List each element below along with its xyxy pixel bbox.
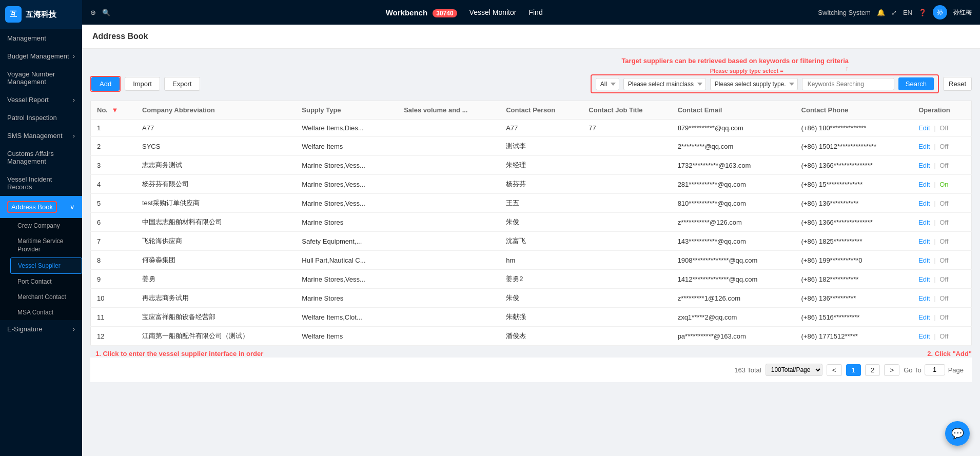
sidebar-item-budget[interactable]: Budget Management › (0, 47, 82, 65)
sidebar-item-msa-contact[interactable]: MSA Contact (10, 305, 82, 320)
cell-supply-type: Hull Part,Nautical C... (296, 251, 398, 270)
sidebar-item-voyage[interactable]: Voyage Number Management (0, 65, 82, 91)
toggle-link[interactable]: Off (939, 200, 948, 207)
edit-link[interactable]: Edit (918, 219, 930, 226)
toggle-link[interactable]: Off (939, 294, 948, 302)
lang-btn[interactable]: EN (903, 9, 912, 16)
cell-job-title (582, 194, 671, 213)
cell-email: 810***********@qq.com (672, 194, 795, 213)
expand-icon[interactable]: ⤢ (891, 9, 897, 16)
sidebar-item-port-contact[interactable]: Port Contact (10, 274, 82, 289)
page-1-btn[interactable]: 1 (846, 364, 861, 376)
sidebar-item-customs[interactable]: Customs Affairs Management (0, 145, 82, 170)
cell-no: 2 (91, 137, 136, 156)
sidebar-item-maritime[interactable]: Maritime Service Provider (10, 233, 82, 257)
ai-chat-button[interactable]: 💬 (945, 421, 970, 446)
help-icon[interactable]: ❓ (918, 9, 927, 16)
edit-link[interactable]: Edit (918, 275, 930, 283)
workbench-btn[interactable]: Workbench 30740 (386, 8, 457, 17)
col-email: Contact Email (672, 101, 795, 120)
edit-link[interactable]: Edit (918, 294, 930, 302)
toggle-link[interactable]: Off (939, 256, 948, 264)
edit-link[interactable]: Edit (918, 313, 930, 321)
supply-hint: Please supply type select = (710, 68, 783, 74)
sidebar-item-vessel-incident[interactable]: Vessel Incident Records (0, 170, 82, 196)
vessel-monitor-btn[interactable]: Vessel Monitor (469, 8, 517, 16)
next-page-btn[interactable]: > (884, 364, 899, 376)
cell-operation: Edit | Off (912, 137, 971, 156)
switching-system-btn[interactable]: Switching System (818, 9, 871, 16)
edit-link[interactable]: Edit (918, 181, 930, 188)
sidebar-item-e-signature[interactable]: E-Signature › (0, 320, 82, 338)
toggle-link[interactable]: Off (939, 275, 948, 283)
cell-contact-person: 朱俊 (500, 289, 582, 308)
edit-link[interactable]: Edit (918, 237, 930, 245)
edit-link[interactable]: Edit (918, 200, 930, 207)
filter-supplytype-select[interactable]: Please select supply type. (710, 78, 798, 90)
toggle-link[interactable]: Off (939, 143, 948, 150)
reset-button[interactable]: Reset (943, 77, 972, 91)
export-button[interactable]: Export (164, 77, 200, 91)
cell-company: 飞轮海供应商 (136, 232, 296, 251)
sidebar-item-vessel-supplier[interactable]: Vessel Supplier (10, 257, 82, 274)
toggle-link[interactable]: On (939, 181, 948, 188)
op-divider: | (934, 124, 935, 132)
cell-sales (398, 156, 500, 175)
find-btn[interactable]: Find (528, 8, 542, 16)
cell-email: 281***********@qq.com (672, 175, 795, 194)
filter-mainclass-select[interactable]: Please select mainclass (623, 78, 706, 90)
filter-all-select[interactable]: All (596, 78, 619, 90)
prev-page-btn[interactable]: < (827, 364, 842, 376)
toggle-link[interactable]: Off (939, 332, 948, 340)
cell-email: z***********@126.com (672, 213, 795, 232)
edit-link[interactable]: Edit (918, 332, 930, 340)
cell-company: 再志志商务试用 (136, 289, 296, 308)
edit-link[interactable]: Edit (918, 143, 930, 150)
edit-link[interactable]: Edit (918, 256, 930, 264)
cell-operation: Edit | Off (912, 327, 971, 346)
toggle-link[interactable]: Off (939, 162, 948, 169)
col-supply-type: Supply Type (296, 101, 398, 120)
cell-email: pa***********@163.com (672, 327, 795, 346)
sidebar-item-address-book[interactable]: Address Book ∨ (0, 196, 82, 218)
sidebar-item-crew-company[interactable]: Crew Company (10, 218, 82, 233)
sidebar-vessel-incident-label: Vessel Incident Records (7, 175, 75, 191)
add-nav-icon[interactable]: ⊕ (90, 9, 96, 16)
cell-no: 3 (91, 156, 136, 175)
sidebar: 互 互海科技 Management Budget Management › Vo… (0, 0, 82, 456)
page-2-btn[interactable]: 2 (865, 364, 880, 376)
toggle-link[interactable]: Off (939, 313, 948, 321)
search-nav-icon[interactable]: 🔍 (102, 9, 110, 16)
sidebar-item-sms[interactable]: SMS Management › (0, 127, 82, 145)
toggle-link[interactable]: Off (939, 124, 948, 132)
cell-email: 1908**************@qq.com (672, 251, 795, 270)
avatar[interactable]: 孙 (933, 5, 947, 19)
search-button[interactable]: Search (898, 77, 934, 90)
annotation-step2: 2. Click "Add" (927, 350, 972, 358)
goto-input[interactable] (925, 364, 945, 375)
edit-link[interactable]: Edit (918, 162, 930, 169)
keywords-input[interactable] (802, 78, 894, 90)
edit-link[interactable]: Edit (918, 124, 930, 132)
import-button[interactable]: Import (125, 77, 160, 91)
toggle-link[interactable]: Off (939, 237, 948, 245)
page-title: Address Book (92, 32, 148, 41)
toolbar: Add Import Export All Please select main… (90, 74, 972, 93)
cell-operation: Edit | On (912, 175, 971, 194)
cell-contact-person: 杨芬芬 (500, 175, 582, 194)
bell-icon[interactable]: 🔔 (877, 9, 885, 16)
cell-job-title: 77 (582, 120, 671, 137)
hint-arrow: ↑ (846, 65, 849, 72)
op-divider: | (934, 256, 935, 264)
toggle-link[interactable]: Off (939, 219, 948, 226)
cell-phone: (+86) 15012*************** (795, 137, 913, 156)
cell-company: 何淼淼集团 (136, 251, 296, 270)
sidebar-item-merchant-contact[interactable]: Merchant Contact (10, 289, 82, 305)
cell-job-title (582, 175, 671, 194)
sidebar-item-management[interactable]: Management (0, 29, 82, 47)
add-button[interactable]: Add (91, 77, 120, 91)
page-size-select[interactable]: 100Total/Page (766, 364, 822, 376)
sidebar-item-patrol[interactable]: Patrol Inspection (0, 109, 82, 127)
sidebar-item-vessel-report[interactable]: Vessel Report › (0, 91, 82, 109)
pagination-bar: 163 Total 100Total/Page < 1 2 > Go To Pa… (90, 358, 972, 382)
